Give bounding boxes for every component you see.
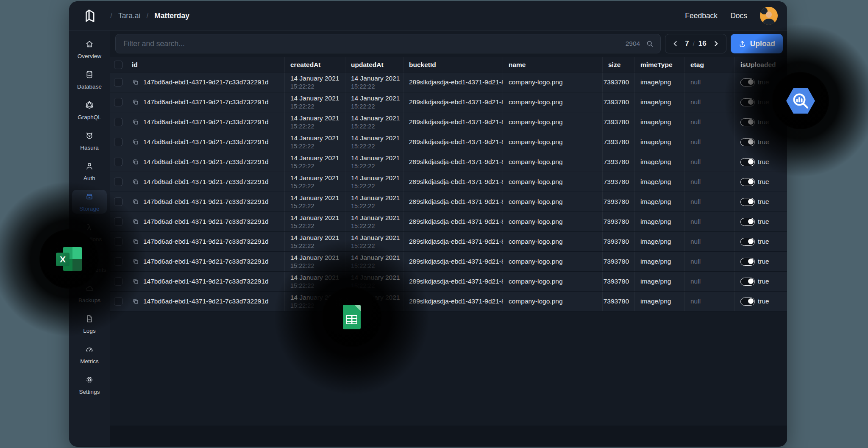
sidebar-item-overview[interactable]: Overview	[72, 37, 107, 61]
toggle-knob	[748, 298, 754, 304]
cell-id: 147bd6ad-ebd1-4371-9d21-7c33d732291d	[126, 232, 285, 251]
cell-name: company-logo.png	[503, 212, 603, 231]
id-value: 147bd6ad-ebd1-4371-9d21-7c33d732291d	[143, 78, 269, 86]
row-checkbox[interactable]	[114, 158, 122, 166]
cell-bucketId: 289slkdjasdja-ebd1-4371-9d21-8	[403, 92, 503, 112]
row-select-cell	[110, 132, 126, 152]
column-header-name: name	[503, 57, 603, 72]
uploaded-value: true	[758, 238, 769, 245]
cell-id: 147bd6ad-ebd1-4371-9d21-7c33d732291d	[126, 152, 285, 172]
breadcrumb-project[interactable]: Tara.ai	[118, 11, 141, 20]
created-date: 14 January 2021	[290, 214, 339, 222]
excel-logo: X	[56, 247, 82, 271]
copy-id-button[interactable]	[132, 78, 139, 86]
cell-bucketId: 289slkdjasdja-ebd1-4371-9d21-8	[403, 252, 503, 271]
row-checkbox[interactable]	[114, 138, 122, 146]
row-checkbox[interactable]	[114, 118, 122, 126]
table-row[interactable]: 147bd6ad-ebd1-4371-9d21-7c33d732291d 14 …	[110, 232, 787, 252]
uploaded-toggle[interactable]	[740, 198, 755, 206]
cell-mimeType: image/png	[635, 152, 685, 172]
uploaded-toggle[interactable]	[740, 178, 755, 186]
cell-isUploaded: true	[735, 192, 787, 211]
copy-id-button[interactable]	[132, 198, 139, 206]
updated-date: 14 January 2021	[351, 114, 400, 122]
row-checkbox[interactable]	[114, 178, 122, 186]
uploaded-toggle[interactable]	[740, 238, 755, 246]
created-time: 15:22:22	[290, 162, 314, 170]
cell-bucketId: 289slkdjasdja-ebd1-4371-9d21-8	[403, 212, 503, 231]
copy-id-button[interactable]	[132, 158, 139, 166]
table-row[interactable]: 147bd6ad-ebd1-4371-9d21-7c33d732291d 14 …	[110, 112, 787, 132]
cell-updatedAt: 14 January 202115:22:22	[345, 212, 403, 231]
updated-date: 14 January 2021	[351, 154, 400, 162]
toggle-knob	[748, 179, 754, 184]
created-date: 14 January 2021	[290, 154, 339, 162]
breadcrumb: / Tara.ai / Matterday	[110, 11, 189, 20]
table-row[interactable]: 147bd6ad-ebd1-4371-9d21-7c33d732291d 14 …	[110, 72, 787, 92]
sidebar-item-metrics[interactable]: Metrics	[72, 342, 107, 366]
main-content: 2904 7 / 16	[110, 31, 787, 446]
breadcrumb-current-page: Matterday	[154, 11, 189, 20]
sidebar-item-settings[interactable]: Settings	[72, 373, 107, 397]
result-count: 2904	[626, 40, 640, 47]
cell-createdAt: 14 January 202115:22:22	[285, 112, 345, 132]
microsoft-excel-icon: X	[39, 229, 99, 289]
created-time: 15:22:22	[290, 122, 314, 131]
id-value: 147bd6ad-ebd1-4371-9d21-7c33d732291d	[143, 218, 269, 225]
toggle-knob	[748, 199, 754, 204]
copy-id-button[interactable]	[132, 98, 139, 106]
search-input[interactable]	[115, 34, 661, 53]
table-row[interactable]: 147bd6ad-ebd1-4371-9d21-7c33d732291d 14 …	[110, 132, 787, 152]
table-row[interactable]: 147bd6ad-ebd1-4371-9d21-7c33d732291d 14 …	[110, 272, 787, 292]
cell-name: company-logo.png	[503, 272, 603, 291]
row-checkbox[interactable]	[114, 98, 122, 106]
cell-etag: null	[685, 292, 735, 311]
docs-link[interactable]: Docs	[730, 11, 747, 20]
cell-id: 147bd6ad-ebd1-4371-9d21-7c33d732291d	[126, 272, 285, 291]
created-date: 14 January 2021	[290, 194, 339, 202]
select-all-checkbox[interactable]	[114, 61, 122, 69]
topbar-right: Feedback Docs	[685, 7, 787, 25]
cell-updatedAt: 14 January 202115:22:22	[345, 132, 403, 152]
copy-id-button[interactable]	[132, 118, 139, 126]
uploaded-toggle[interactable]	[740, 278, 755, 286]
id-value: 147bd6ad-ebd1-4371-9d21-7c33d732291d	[143, 158, 269, 166]
copy-id-button[interactable]	[132, 178, 139, 186]
table-row[interactable]: 147bd6ad-ebd1-4371-9d21-7c33d732291d 14 …	[110, 292, 787, 312]
cell-etag: null	[685, 152, 735, 172]
column-header-createdAt: createdAt	[285, 57, 345, 72]
cell-mimeType: image/png	[635, 272, 685, 291]
uploaded-toggle[interactable]	[740, 298, 755, 306]
table-body: 147bd6ad-ebd1-4371-9d21-7c33d732291d 14 …	[110, 72, 787, 312]
cell-updatedAt: 14 January 202115:22:22	[345, 152, 403, 172]
uploaded-toggle[interactable]	[740, 258, 755, 266]
uploaded-toggle[interactable]	[740, 218, 755, 226]
table-row[interactable]: 147bd6ad-ebd1-4371-9d21-7c33d732291d 14 …	[110, 252, 787, 272]
total-pages: 16	[698, 39, 707, 48]
table-row[interactable]: 147bd6ad-ebd1-4371-9d21-7c33d732291d 14 …	[110, 152, 787, 172]
copy-id-button[interactable]	[132, 138, 139, 146]
updated-time: 15:22:22	[351, 222, 375, 230]
updated-time: 15:22:22	[351, 142, 375, 150]
cell-size: 7393780	[603, 272, 635, 291]
row-checkbox[interactable]	[114, 78, 122, 86]
next-page-button[interactable]	[710, 38, 721, 49]
previous-page-button[interactable]	[670, 38, 681, 49]
table-row[interactable]: 147bd6ad-ebd1-4371-9d21-7c33d732291d 14 …	[110, 192, 787, 212]
sidebar-item-hasura[interactable]: Hasura	[72, 129, 107, 153]
excel-logo-x: X	[56, 253, 70, 266]
updated-time: 15:22:22	[351, 162, 375, 170]
feedback-link[interactable]: Feedback	[685, 11, 718, 20]
copy-icon	[132, 178, 139, 186]
sidebar-item-database[interactable]: Database	[72, 68, 107, 92]
sidebar-item-label: Overview	[78, 53, 101, 59]
table-row[interactable]: 147bd6ad-ebd1-4371-9d21-7c33d732291d 14 …	[110, 92, 787, 112]
cell-size: 7393780	[603, 292, 635, 311]
table-row[interactable]: 147bd6ad-ebd1-4371-9d21-7c33d732291d 14 …	[110, 212, 787, 232]
bigquery-logo	[785, 87, 816, 114]
sidebar-item-graphql[interactable]: GraphQL	[72, 98, 107, 122]
table-row[interactable]: 147bd6ad-ebd1-4371-9d21-7c33d732291d 14 …	[110, 172, 787, 192]
uploaded-value: true	[758, 218, 769, 225]
row-select-cell	[110, 112, 126, 132]
user-avatar[interactable]	[760, 7, 778, 25]
